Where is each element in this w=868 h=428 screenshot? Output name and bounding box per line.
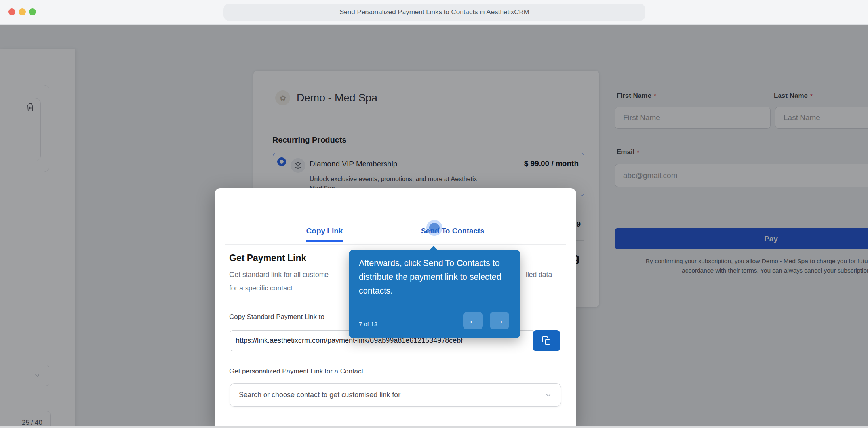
modal-subtext-line2: for a specific contact bbox=[229, 284, 293, 292]
window-minimize-button[interactable] bbox=[19, 8, 26, 15]
tour-next-button[interactable]: → bbox=[490, 312, 509, 329]
personalized-link-label: Get personalized Payment Link for a Cont… bbox=[229, 367, 363, 375]
contact-select[interactable]: Search or choose contact to get customis… bbox=[230, 383, 561, 407]
copy-icon bbox=[542, 336, 551, 346]
tooltip-text: Afterwards, click Send To Contacts to di… bbox=[359, 256, 513, 298]
modal-subtext-right: lled data bbox=[526, 271, 552, 279]
chevron-down-icon bbox=[545, 392, 552, 399]
window-close-button[interactable] bbox=[8, 8, 15, 15]
tour-beacon bbox=[426, 220, 442, 236]
window-title: Send Personalized Payment Links to Conta… bbox=[223, 4, 645, 21]
tour-back-button[interactable]: ← bbox=[463, 312, 483, 329]
tabs-divider bbox=[225, 244, 566, 245]
window-titlebar: Send Personalized Payment Links to Conta… bbox=[0, 0, 868, 25]
tour-beacon-dot bbox=[429, 223, 440, 233]
modal-heading: Get Payment Link bbox=[229, 253, 306, 264]
modal-subtext-left: Get standard link for all custome bbox=[229, 271, 329, 279]
copy-standard-link-label: Copy Standard Payment Link to bbox=[229, 313, 324, 321]
window-bottom-edge bbox=[0, 426, 868, 428]
copy-link-button[interactable] bbox=[533, 330, 560, 351]
arrow-left-icon: ← bbox=[469, 316, 477, 325]
contact-select-placeholder: Search or choose contact to get customis… bbox=[239, 391, 545, 399]
tour-progress: 7 of 13 bbox=[359, 321, 377, 328]
tour-tooltip: Afterwards, click Send To Contacts to di… bbox=[349, 250, 520, 338]
arrow-right-icon: → bbox=[495, 316, 504, 325]
active-tab-underline bbox=[306, 240, 343, 242]
window-zoom-button[interactable] bbox=[29, 8, 36, 15]
tab-copy-link[interactable]: Copy Link bbox=[306, 227, 343, 235]
